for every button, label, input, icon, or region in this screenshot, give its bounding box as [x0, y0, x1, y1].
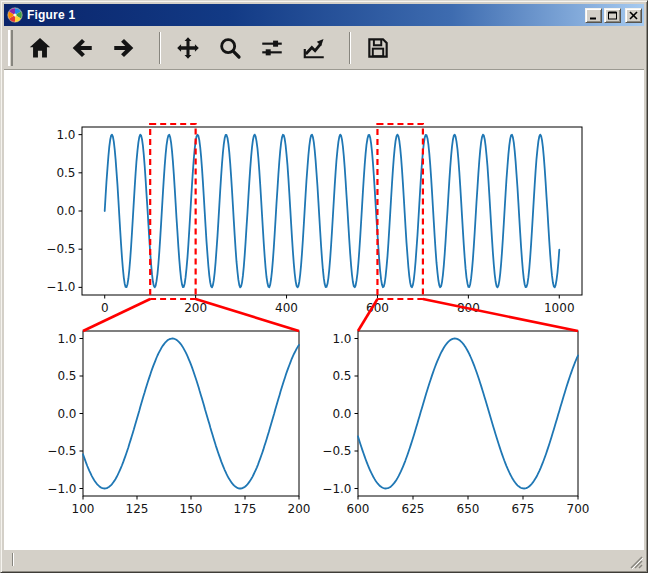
y-tick-label: 1.0: [56, 128, 75, 142]
home-button[interactable]: [23, 29, 57, 67]
plot-area: 02004006008001000−1.0−0.50.00.51.0100125…: [4, 70, 644, 550]
x-tick-label: 200: [288, 502, 311, 516]
y-tick-label: 1.0: [57, 332, 76, 346]
y-tick-label: 0.0: [332, 407, 351, 421]
zoom-right-sine-line: [358, 339, 578, 489]
x-tick-label: 600: [347, 502, 370, 516]
x-tick-label: 650: [457, 502, 480, 516]
arrow-right-icon: [111, 35, 137, 61]
floppy-disk-icon: [365, 35, 391, 61]
forward-button[interactable]: [107, 29, 141, 67]
statusbar-separator: [12, 553, 14, 566]
x-tick-label: 100: [72, 502, 95, 516]
y-tick-label: 0.0: [57, 407, 76, 421]
magnifier-icon: [217, 35, 243, 61]
x-tick-label: 700: [567, 502, 590, 516]
minimize-button[interactable]: [585, 8, 602, 23]
x-tick-label: 0: [101, 301, 109, 315]
save-button[interactable]: [361, 29, 395, 67]
navigation-toolbar: [4, 26, 644, 70]
axes-zoom-left: 100125150175200−1.0−0.50.00.51.0: [47, 331, 310, 516]
x-tick-label: 1000: [544, 301, 575, 315]
overview-sine-line: [105, 135, 560, 288]
toolbar-grip-handle[interactable]: [8, 30, 13, 66]
configure-subplots-button[interactable]: [255, 29, 289, 67]
resize-grip-icon[interactable]: [630, 555, 643, 568]
y-tick-label: 0.5: [332, 369, 351, 383]
y-tick-label: −0.5: [47, 444, 76, 458]
zoom-right-frame: [358, 331, 578, 496]
edit-parameters-button[interactable]: [297, 29, 331, 67]
x-tick-label: 400: [275, 301, 298, 315]
titlebar[interactable]: Figure 1: [4, 4, 644, 26]
axes-zoom-right: 600625650675700−1.0−0.50.00.51.0: [322, 331, 589, 516]
y-tick-label: 0.5: [57, 369, 76, 383]
close-button[interactable]: [625, 8, 642, 23]
back-button[interactable]: [65, 29, 99, 67]
zoom-to-rect-button[interactable]: [213, 29, 247, 67]
y-tick-label: 0.0: [56, 204, 75, 218]
connector-zoom-left-left: [83, 299, 150, 331]
zoom-left-frame: [83, 331, 299, 496]
zoom-left-sine-line: [83, 339, 299, 489]
x-tick-label: 125: [126, 502, 149, 516]
toolbar-separator: [349, 32, 351, 64]
maximize-button[interactable]: [604, 8, 621, 23]
axes-overview: 02004006008001000−1.0−0.50.00.51.0: [46, 127, 582, 315]
y-tick-label: −1.0: [46, 280, 75, 294]
pan-button[interactable]: [171, 29, 205, 67]
x-tick-label: 625: [402, 502, 425, 516]
sliders-icon: [259, 35, 285, 61]
window-title: Figure 1: [27, 8, 583, 22]
matplotlib-logo-icon: [7, 7, 23, 23]
y-tick-label: −0.5: [46, 242, 75, 256]
x-tick-label: 200: [184, 301, 207, 315]
x-tick-label: 150: [180, 502, 203, 516]
x-tick-label: 675: [512, 502, 535, 516]
move-arrows-icon: [175, 35, 201, 61]
y-tick-label: −1.0: [47, 482, 76, 496]
statusbar: [4, 550, 644, 569]
figure-canvas[interactable]: 02004006008001000−1.0−0.50.00.51.0100125…: [4, 70, 644, 550]
home-icon: [27, 35, 53, 61]
y-tick-label: −0.5: [322, 444, 351, 458]
x-tick-label: 175: [234, 502, 257, 516]
toolbar-separator: [159, 32, 161, 64]
figure-window: Figure 1: [0, 0, 648, 573]
y-tick-label: 0.5: [56, 166, 75, 180]
chart-arrow-icon: [301, 35, 327, 61]
arrow-left-icon: [69, 35, 95, 61]
y-tick-label: −1.0: [322, 482, 351, 496]
y-tick-label: 1.0: [332, 332, 351, 346]
